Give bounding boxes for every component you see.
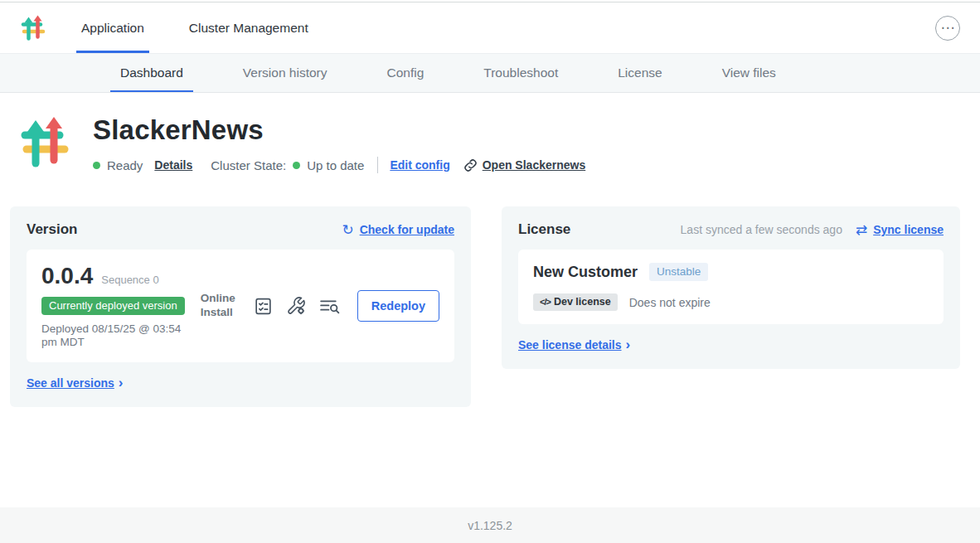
- channel-badge: Unstable: [649, 263, 708, 281]
- current-version-panel: 0.0.4 Sequence 0 Currently deployed vers…: [27, 250, 454, 362]
- redeploy-button[interactable]: Redeploy: [357, 290, 439, 322]
- see-all-versions-link[interactable]: See all versions ›: [27, 376, 124, 390]
- tab-cluster-management[interactable]: Cluster Management: [184, 2, 313, 53]
- last-synced-text: Last synced a few seconds ago: [681, 223, 842, 236]
- app-icon: [18, 116, 71, 169]
- customer-name: New Customer: [533, 264, 638, 281]
- dashboard-cards: Version ↻ Check for update 0.0.4 Sequenc…: [0, 173, 980, 407]
- license-type-badge: </> Dev license: [533, 293, 618, 311]
- topbar-right: ⋯: [935, 2, 960, 53]
- deployed-status-badge: Currently deployed version: [41, 297, 185, 315]
- chevron-right-icon: ›: [119, 376, 124, 390]
- open-app-link[interactable]: Open Slackernews: [463, 158, 586, 172]
- cluster-state-dot: [293, 162, 300, 169]
- slackernews-app-icon: [18, 116, 71, 169]
- sync-license-link[interactable]: Sync license: [873, 223, 944, 236]
- console-version: v1.125.2: [468, 519, 512, 532]
- code-icon: </>: [540, 297, 551, 307]
- subnav-license-label: License: [618, 65, 662, 80]
- tab-application[interactable]: Application: [76, 2, 149, 53]
- license-card: License Last synced a few seconds ago ⇄ …: [502, 206, 960, 369]
- version-card: Version ↻ Check for update 0.0.4 Sequenc…: [10, 206, 471, 407]
- tab-cluster-management-label: Cluster Management: [189, 21, 308, 36]
- top-navbar: Application Cluster Management ⋯: [0, 2, 980, 54]
- chevron-right-icon: ›: [626, 337, 631, 351]
- sync-icon: ⇄: [856, 223, 867, 237]
- view-logs-icon[interactable]: [318, 296, 341, 317]
- slackernews-logo-icon: [20, 15, 46, 41]
- app-status-dot: [93, 162, 100, 169]
- cluster-state-value: Up to date: [307, 158, 364, 172]
- app-subnav: Dashboard Version history Config Trouble…: [0, 54, 980, 93]
- deployed-timestamp: Deployed 08/15/25 @ 03:54 pm MDT: [41, 322, 191, 349]
- license-card-head: License Last synced a few seconds ago ⇄ …: [518, 221, 944, 238]
- version-actions: Online Install: [201, 290, 439, 322]
- more-menu-button[interactable]: ⋯: [935, 16, 960, 41]
- license-expiration: Does not expire: [629, 296, 711, 309]
- license-panel: New Customer Unstable </> Dev license Do…: [518, 250, 944, 324]
- link-icon: [463, 158, 478, 172]
- subnav-item-troubleshoot[interactable]: Troubleshoot: [483, 54, 558, 92]
- install-type-label: Online Install: [201, 292, 240, 320]
- subnav-version-history-label: Version history: [243, 65, 327, 80]
- check-for-update-link[interactable]: ↻ Check for update: [342, 223, 454, 237]
- app-status-text: Ready: [107, 158, 143, 172]
- subnav-item-config[interactable]: Config: [387, 54, 425, 92]
- license-row-type: </> Dev license Does not expire: [533, 293, 929, 311]
- subnav-dashboard-label: Dashboard: [120, 65, 183, 80]
- check-for-update-label: Check for update: [360, 223, 454, 236]
- see-license-details-label: See license details: [518, 338, 622, 351]
- page-title: SlackerNews: [93, 114, 585, 146]
- details-link[interactable]: Details: [154, 158, 192, 172]
- see-license-details-link[interactable]: See license details ›: [518, 337, 630, 351]
- version-number: 0.0.4: [41, 263, 93, 289]
- version-number-row: 0.0.4 Sequence 0: [41, 263, 191, 289]
- refresh-icon: ↻: [342, 223, 353, 237]
- license-card-title: License: [518, 221, 570, 238]
- ellipsis-icon: ⋯: [941, 21, 955, 35]
- subnav-item-dashboard[interactable]: Dashboard: [120, 54, 183, 92]
- license-row-customer: New Customer Unstable: [533, 263, 929, 281]
- license-type-label: Dev license: [554, 296, 611, 308]
- open-app-label: Open Slackernews: [483, 158, 586, 172]
- subnav-item-version-history[interactable]: Version history: [243, 54, 327, 92]
- subnav-troubleshoot-label: Troubleshoot: [483, 65, 558, 80]
- edit-config-link[interactable]: Edit config: [390, 158, 449, 172]
- license-head-right: Last synced a few seconds ago ⇄ Sync lic…: [681, 223, 944, 237]
- see-all-versions-label: See all versions: [27, 376, 114, 390]
- subnav-view-files-label: View files: [722, 65, 776, 80]
- version-card-head: Version ↻ Check for update: [27, 221, 454, 238]
- config-wrench-icon[interactable]: [286, 296, 306, 316]
- console-footer: v1.125.2: [0, 507, 980, 543]
- version-card-title: Version: [27, 221, 77, 238]
- subnav-item-view-files[interactable]: View files: [722, 54, 776, 92]
- tab-application-label: Application: [81, 21, 144, 36]
- current-version-info: 0.0.4 Sequence 0 Currently deployed vers…: [41, 263, 191, 349]
- subnav-config-label: Config: [387, 65, 425, 80]
- app-logo-icon[interactable]: [20, 2, 46, 53]
- app-header: SlackerNews Ready Details Cluster State:…: [0, 93, 980, 173]
- status-divider: [377, 157, 378, 173]
- app-header-text: SlackerNews Ready Details Cluster State:…: [93, 114, 585, 173]
- preflight-checks-icon[interactable]: [253, 296, 274, 317]
- cluster-state-label: Cluster State:: [211, 158, 286, 172]
- app-status-row: Ready Details Cluster State: Up to date …: [93, 157, 585, 173]
- subnav-item-license[interactable]: License: [618, 54, 662, 92]
- sequence-label: Sequence 0: [101, 274, 158, 286]
